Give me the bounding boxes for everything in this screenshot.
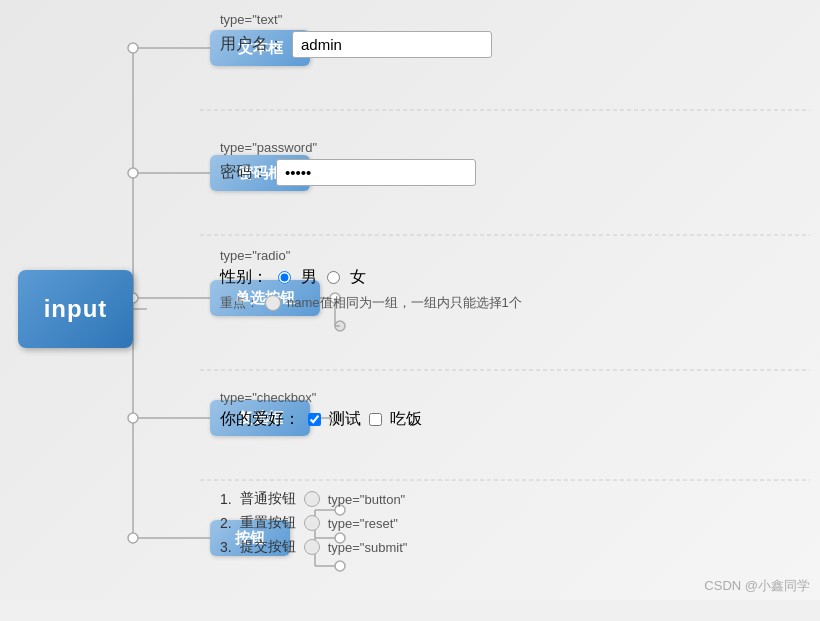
radio-male[interactable] <box>278 271 291 284</box>
password-input[interactable] <box>276 159 476 186</box>
password-field-label: 密码： <box>220 162 268 183</box>
diagram-container: input 文本框 密码框 单选按钮 复选框 按钮 type="text" 用户… <box>0 0 820 600</box>
svg-point-26 <box>128 413 138 423</box>
btn-type-3: type="submit" <box>328 540 408 555</box>
btn-label-1: 普通按钮 <box>240 490 296 508</box>
root-node: input <box>18 270 133 348</box>
text-field-label: 用户名： <box>220 34 284 55</box>
checkbox-test[interactable] <box>308 413 321 426</box>
radio-female[interactable] <box>327 271 340 284</box>
text-type-label: type="text" <box>220 12 492 27</box>
text-section: type="text" 用户名： <box>220 12 492 58</box>
svg-point-27 <box>128 533 138 543</box>
btn-row-1: 1. 普通按钮 type="button" <box>220 490 407 508</box>
radio-section: type="radio" 性别： 男 女 重点： name值相同为一组，一组内只… <box>220 248 522 312</box>
password-section: type="password" 密码： <box>220 140 476 186</box>
btn-icon-1 <box>304 491 320 507</box>
btn-icon-2 <box>304 515 320 531</box>
btn-label-2: 重置按钮 <box>240 514 296 532</box>
radio-male-label: 男 <box>301 267 317 288</box>
checkbox-type-label: type="checkbox" <box>220 390 422 405</box>
checkbox-eat[interactable] <box>369 413 382 426</box>
root-label: input <box>44 295 108 323</box>
radio-note-prefix: 重点： <box>220 294 259 312</box>
btn-type-2: type="reset" <box>328 516 398 531</box>
btn-num-3: 3. <box>220 539 232 555</box>
svg-point-24 <box>128 168 138 178</box>
btn-num-2: 2. <box>220 515 232 531</box>
password-type-label: type="password" <box>220 140 476 155</box>
watermark: CSDN @小鑫同学 <box>704 577 810 595</box>
svg-point-23 <box>128 43 138 53</box>
btn-type-1: type="button" <box>328 492 406 507</box>
radio-note-text: name值相同为一组，一组内只能选择1个 <box>287 294 522 312</box>
btn-label-3: 提交按钮 <box>240 538 296 556</box>
text-input[interactable] <box>292 31 492 58</box>
btn-num-1: 1. <box>220 491 232 507</box>
button-section: 1. 普通按钮 type="button" 2. 重置按钮 type="rese… <box>220 490 407 562</box>
checkbox-field-label: 你的爱好： <box>220 409 300 430</box>
svg-point-22 <box>335 561 345 571</box>
checkbox-option1: 测试 <box>329 409 361 430</box>
radio-field-label: 性别： <box>220 267 268 288</box>
radio-type-label: type="radio" <box>220 248 522 263</box>
radio-female-label: 女 <box>350 267 366 288</box>
btn-row-3: 3. 提交按钮 type="submit" <box>220 538 407 556</box>
btn-row-2: 2. 重置按钮 type="reset" <box>220 514 407 532</box>
checkbox-section: type="checkbox" 你的爱好： 测试 吃饭 <box>220 390 422 430</box>
checkbox-option2: 吃饭 <box>390 409 422 430</box>
btn-icon-3 <box>304 539 320 555</box>
radio-note-icon <box>265 295 281 311</box>
